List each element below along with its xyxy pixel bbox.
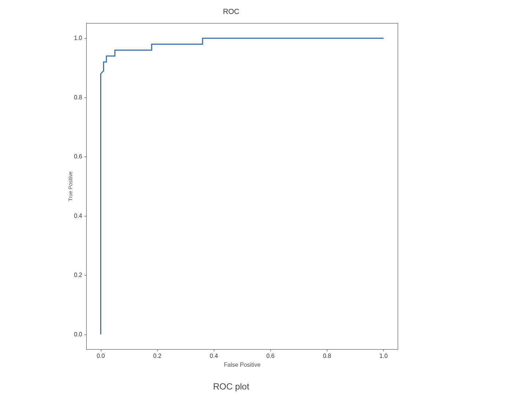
x-tick-label: 1.0 [379, 353, 387, 359]
y-tick-mark [84, 335, 87, 335]
y-tick-mark [84, 38, 87, 39]
x-tick-label: 0.8 [323, 353, 331, 359]
x-tick-label: 0.0 [96, 353, 105, 359]
y-axis-label: True Positive [68, 171, 73, 201]
y-tick-mark [84, 216, 87, 216]
plot-wrapper: 0.00.20.40.60.81.0 0.00.20.40.60.81.0 Tr… [48, 19, 415, 372]
x-tick-label: 0.6 [266, 353, 274, 359]
x-tick-mark [214, 349, 214, 351]
x-tick-mark [157, 349, 158, 351]
y-tick-label: 0.4 [74, 213, 82, 219]
x-tick-label: 0.4 [210, 353, 218, 359]
y-tick-label: 0.0 [74, 331, 82, 338]
x-tick-label: 0.2 [153, 353, 161, 359]
figure-caption: ROC plot [0, 381, 462, 392]
x-axis-label: False Positive [224, 362, 260, 368]
y-tick-label: 0.6 [74, 153, 82, 160]
plot-svg [87, 23, 398, 349]
x-tick-mark [383, 349, 384, 351]
plot-area: 0.00.20.40.60.81.0 0.00.20.40.60.81.0 Tr… [86, 23, 398, 350]
y-tick-mark [84, 275, 87, 275]
roc-chart: ROC 0.00.20.40.60.81.0 0.00.20.40.60.81.… [48, 7, 415, 374]
x-tick-mark [270, 349, 271, 351]
y-tick-label: 0.2 [74, 272, 82, 278]
chart-title: ROC [48, 7, 415, 16]
x-tick-mark [327, 349, 327, 351]
x-tick-mark [101, 349, 101, 351]
roc-curve-line [101, 38, 384, 334]
y-tick-label: 1.0 [74, 35, 82, 41]
y-tick-label: 0.8 [74, 94, 82, 101]
y-tick-mark [84, 157, 87, 157]
y-tick-mark [84, 98, 87, 98]
